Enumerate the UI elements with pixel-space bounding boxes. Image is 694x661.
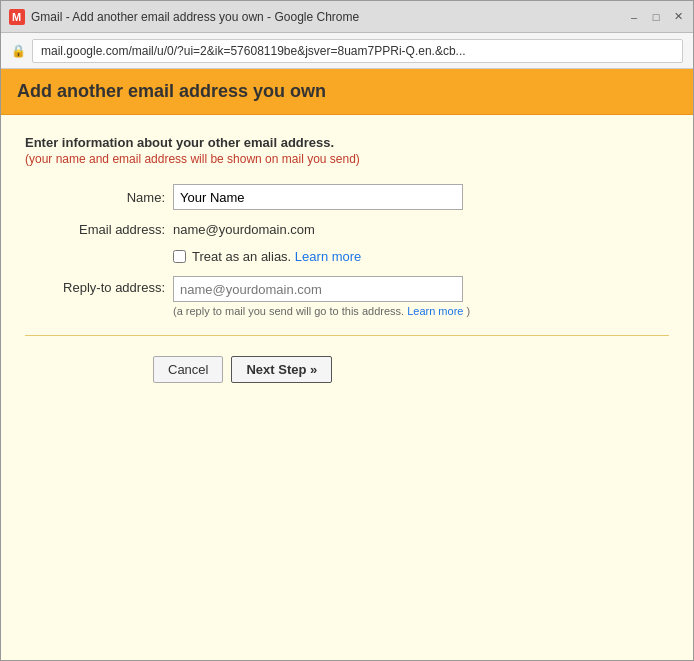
window-title: Gmail - Add another email address you ow… bbox=[31, 10, 627, 24]
minimize-button[interactable]: – bbox=[627, 10, 641, 24]
reply-label: Reply-to address: bbox=[45, 280, 165, 295]
email-label: Email address: bbox=[45, 222, 165, 237]
dialog-hint: (your name and email address will be sho… bbox=[25, 152, 669, 166]
dialog-header: Add another email address you own bbox=[1, 69, 693, 115]
reply-hint: (a reply to mail you send will go to thi… bbox=[173, 305, 470, 317]
reply-learn-more-link[interactable]: Learn more bbox=[407, 305, 463, 317]
address-input[interactable] bbox=[32, 39, 683, 63]
alias-checkbox[interactable] bbox=[173, 250, 186, 263]
next-step-button[interactable]: Next Step » bbox=[231, 356, 332, 383]
close-button[interactable]: ✕ bbox=[671, 10, 685, 24]
dialog-subtitle: Enter information about your other email… bbox=[25, 135, 669, 150]
alias-learn-more-link[interactable]: Learn more bbox=[295, 249, 361, 264]
form: Name: Email address: name@yourdomain.com… bbox=[45, 184, 669, 317]
svg-text:M: M bbox=[12, 11, 21, 23]
alias-label: Treat as an alias. bbox=[192, 249, 291, 264]
name-label: Name: bbox=[45, 190, 165, 205]
address-bar: 🔒 bbox=[1, 33, 693, 69]
button-row: Cancel Next Step » bbox=[153, 356, 669, 383]
divider bbox=[25, 335, 669, 336]
title-bar: M Gmail - Add another email address you … bbox=[1, 1, 693, 33]
maximize-button[interactable]: □ bbox=[649, 10, 663, 24]
name-input[interactable] bbox=[173, 184, 463, 210]
alias-row: Treat as an alias. Learn more bbox=[173, 249, 669, 264]
favicon: M bbox=[9, 9, 25, 25]
email-value: name@yourdomain.com bbox=[173, 222, 315, 237]
window-controls[interactable]: – □ ✕ bbox=[627, 10, 685, 24]
dialog-body: Enter information about your other email… bbox=[1, 115, 693, 403]
reply-to-input[interactable] bbox=[173, 276, 463, 302]
page-content: Add another email address you own Enter … bbox=[1, 69, 693, 660]
email-row: Email address: name@yourdomain.com bbox=[45, 222, 669, 237]
chrome-window: M Gmail - Add another email address you … bbox=[0, 0, 694, 661]
reply-hint-close: ) bbox=[467, 305, 471, 317]
name-row: Name: bbox=[45, 184, 669, 210]
reply-row: Reply-to address: (a reply to mail you s… bbox=[45, 276, 669, 317]
cancel-button[interactable]: Cancel bbox=[153, 356, 223, 383]
reply-hint-text: (a reply to mail you send will go to thi… bbox=[173, 305, 404, 317]
dialog-title: Add another email address you own bbox=[17, 81, 677, 102]
reply-field-wrapper: (a reply to mail you send will go to thi… bbox=[173, 276, 470, 317]
lock-icon: 🔒 bbox=[11, 44, 26, 58]
